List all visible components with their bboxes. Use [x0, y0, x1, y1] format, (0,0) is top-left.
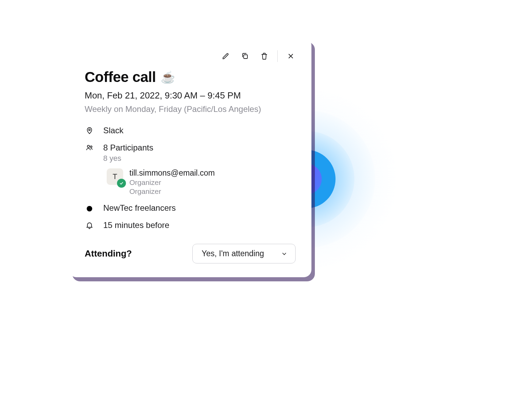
- close-icon: [287, 52, 295, 60]
- check-icon: [119, 181, 124, 186]
- participants-row: 8 Participants 8 yes T till.simmons@emai…: [85, 143, 296, 196]
- event-emoji: ☕: [161, 70, 175, 84]
- attending-selected-value: Yes, I'm attending: [202, 249, 264, 258]
- people-icon: [85, 144, 94, 152]
- svg-point-2: [89, 129, 91, 131]
- toolbar-divider: [277, 50, 278, 62]
- bell-icon: [85, 221, 94, 229]
- pencil-icon: [222, 52, 230, 60]
- organizer-role-1: Organizer: [129, 178, 215, 187]
- participants-yes: 8 yes: [103, 154, 296, 163]
- event-title-row: Coffee call ☕: [85, 69, 296, 85]
- location-pin-icon: [85, 126, 94, 135]
- event-title: Coffee call: [85, 69, 156, 85]
- location-row: Slack: [85, 126, 296, 135]
- close-button[interactable]: [286, 51, 296, 61]
- calendar-color-dot: [87, 206, 92, 211]
- attending-row: Attending? Yes, I'm attending: [85, 244, 296, 263]
- calendar-name: NewTec freelancers: [103, 203, 296, 213]
- edit-button[interactable]: [221, 51, 231, 61]
- svg-point-4: [91, 146, 92, 148]
- trash-icon: [260, 52, 268, 60]
- organizer-role-2: Organizer: [129, 187, 215, 196]
- event-datetime: Mon, Feb 21, 2022, 9:30 AM – 9:45 PM: [85, 90, 296, 101]
- rsvp-accepted-badge: [117, 179, 126, 188]
- reminder-row: 15 minutes before: [85, 220, 296, 230]
- participants-count: 8 Participants: [103, 143, 296, 153]
- attending-label: Attending?: [85, 248, 132, 259]
- calendar-row: NewTec freelancers: [85, 203, 296, 213]
- card-toolbar: [85, 50, 296, 62]
- location-text: Slack: [103, 126, 296, 135]
- svg-rect-1: [244, 55, 247, 59]
- event-recurrence: Weekly on Monday, Friday (Pacific/Los An…: [85, 104, 296, 114]
- copy-icon: [241, 52, 249, 60]
- attending-dropdown[interactable]: Yes, I'm attending: [192, 244, 296, 263]
- reminder-text: 15 minutes before: [103, 220, 296, 230]
- svg-point-3: [87, 145, 89, 147]
- duplicate-button[interactable]: [240, 51, 250, 61]
- event-detail-card: Coffee call ☕ Mon, Feb 21, 2022, 9:30 AM…: [69, 38, 311, 277]
- delete-button[interactable]: [259, 51, 269, 61]
- organizer-email: till.simmons@email.com: [129, 168, 215, 178]
- organizer-row: T till.simmons@email.com Organizer Organ…: [107, 168, 296, 196]
- chevron-down-icon: [281, 250, 288, 257]
